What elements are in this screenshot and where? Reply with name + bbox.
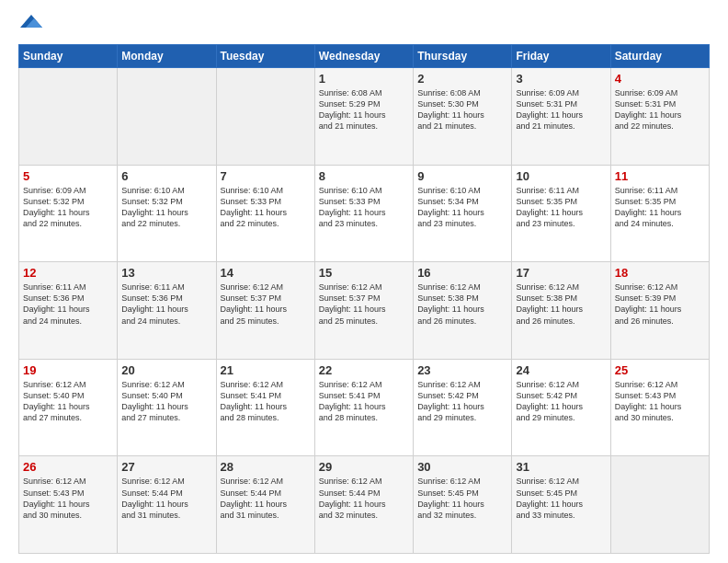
calendar-week-3: 19Sunrise: 6:12 AMSunset: 5:40 PMDayligh… (19, 359, 710, 456)
day-info: Sunrise: 6:09 AMSunset: 5:32 PMDaylight:… (23, 185, 113, 230)
day-info: Sunrise: 6:12 AMSunset: 5:40 PMDaylight:… (121, 379, 211, 424)
calendar-cell (610, 456, 709, 554)
day-number: 30 (417, 460, 507, 474)
day-info: Sunrise: 6:09 AMSunset: 5:31 PMDaylight:… (516, 87, 606, 132)
calendar-cell: 9Sunrise: 6:10 AMSunset: 5:34 PMDaylight… (414, 165, 512, 262)
calendar-cell (118, 68, 216, 166)
day-number: 6 (121, 169, 211, 183)
day-number: 19 (23, 363, 113, 377)
calendar-cell: 22Sunrise: 6:12 AMSunset: 5:41 PMDayligh… (314, 359, 413, 456)
day-number: 23 (417, 363, 507, 377)
calendar-cell: 30Sunrise: 6:12 AMSunset: 5:45 PMDayligh… (414, 456, 512, 554)
calendar-cell: 4Sunrise: 6:09 AMSunset: 5:31 PMDaylight… (610, 68, 709, 166)
logo-icon (20, 11, 42, 33)
calendar-week-1: 5Sunrise: 6:09 AMSunset: 5:32 PMDaylight… (19, 165, 710, 262)
day-info: Sunrise: 6:12 AMSunset: 5:43 PMDaylight:… (615, 379, 705, 424)
day-number: 25 (615, 363, 705, 377)
day-number: 26 (23, 460, 113, 474)
calendar-header-monday: Monday (118, 45, 216, 68)
day-info: Sunrise: 6:10 AMSunset: 5:33 PMDaylight:… (221, 185, 311, 230)
day-number: 15 (319, 266, 409, 280)
day-info: Sunrise: 6:11 AMSunset: 5:36 PMDaylight:… (121, 282, 211, 327)
day-info: Sunrise: 6:12 AMSunset: 5:44 PMDaylight:… (221, 476, 311, 521)
day-number: 7 (221, 169, 311, 183)
day-info: Sunrise: 6:12 AMSunset: 5:45 PMDaylight:… (417, 476, 507, 521)
calendar-cell: 18Sunrise: 6:12 AMSunset: 5:39 PMDayligh… (610, 262, 709, 360)
day-number: 14 (221, 266, 311, 280)
day-number: 11 (615, 169, 705, 183)
calendar-header-thursday: Thursday (414, 45, 512, 68)
day-number: 13 (121, 266, 211, 280)
day-number: 10 (516, 169, 606, 183)
day-number: 29 (319, 460, 409, 474)
day-info: Sunrise: 6:12 AMSunset: 5:38 PMDaylight:… (516, 282, 606, 327)
calendar-week-4: 26Sunrise: 6:12 AMSunset: 5:43 PMDayligh… (19, 456, 710, 554)
calendar-cell: 2Sunrise: 6:08 AMSunset: 5:30 PMDaylight… (414, 68, 512, 166)
page: SundayMondayTuesdayWednesdayThursdayFrid… (0, 0, 728, 563)
day-number: 18 (615, 266, 705, 280)
logo (18, 15, 42, 33)
day-info: Sunrise: 6:10 AMSunset: 5:34 PMDaylight:… (417, 185, 507, 230)
calendar-cell: 15Sunrise: 6:12 AMSunset: 5:37 PMDayligh… (314, 262, 413, 360)
calendar-cell: 3Sunrise: 6:09 AMSunset: 5:31 PMDaylight… (512, 68, 610, 166)
day-info: Sunrise: 6:12 AMSunset: 5:44 PMDaylight:… (319, 476, 409, 521)
day-info: Sunrise: 6:12 AMSunset: 5:44 PMDaylight:… (121, 476, 211, 521)
calendar-cell: 29Sunrise: 6:12 AMSunset: 5:44 PMDayligh… (314, 456, 413, 554)
calendar-cell: 28Sunrise: 6:12 AMSunset: 5:44 PMDayligh… (216, 456, 314, 554)
calendar-cell: 31Sunrise: 6:12 AMSunset: 5:45 PMDayligh… (512, 456, 610, 554)
day-info: Sunrise: 6:12 AMSunset: 5:41 PMDaylight:… (319, 379, 409, 424)
day-number: 27 (121, 460, 211, 474)
day-info: Sunrise: 6:09 AMSunset: 5:31 PMDaylight:… (615, 87, 705, 132)
day-number: 12 (23, 266, 113, 280)
calendar-cell: 14Sunrise: 6:12 AMSunset: 5:37 PMDayligh… (216, 262, 314, 360)
day-info: Sunrise: 6:12 AMSunset: 5:38 PMDaylight:… (417, 282, 507, 327)
header (18, 15, 710, 33)
calendar-cell: 20Sunrise: 6:12 AMSunset: 5:40 PMDayligh… (118, 359, 216, 456)
calendar-cell: 19Sunrise: 6:12 AMSunset: 5:40 PMDayligh… (19, 359, 118, 456)
calendar-cell: 17Sunrise: 6:12 AMSunset: 5:38 PMDayligh… (512, 262, 610, 360)
calendar-cell: 25Sunrise: 6:12 AMSunset: 5:43 PMDayligh… (610, 359, 709, 456)
day-number: 1 (319, 72, 409, 86)
calendar-cell: 5Sunrise: 6:09 AMSunset: 5:32 PMDaylight… (19, 165, 118, 262)
day-info: Sunrise: 6:11 AMSunset: 5:36 PMDaylight:… (23, 282, 113, 327)
day-number: 24 (516, 363, 606, 377)
calendar-cell (216, 68, 314, 166)
calendar-cell: 7Sunrise: 6:10 AMSunset: 5:33 PMDaylight… (216, 165, 314, 262)
day-info: Sunrise: 6:08 AMSunset: 5:29 PMDaylight:… (319, 87, 409, 132)
day-info: Sunrise: 6:12 AMSunset: 5:37 PMDaylight:… (319, 282, 409, 327)
day-info: Sunrise: 6:12 AMSunset: 5:42 PMDaylight:… (417, 379, 507, 424)
day-number: 31 (516, 460, 606, 474)
calendar-cell: 12Sunrise: 6:11 AMSunset: 5:36 PMDayligh… (19, 262, 118, 360)
day-number: 28 (221, 460, 311, 474)
day-info: Sunrise: 6:12 AMSunset: 5:37 PMDaylight:… (221, 282, 311, 327)
day-number: 5 (23, 169, 113, 183)
calendar-header-sunday: Sunday (19, 45, 118, 68)
calendar-cell: 6Sunrise: 6:10 AMSunset: 5:32 PMDaylight… (118, 165, 216, 262)
day-info: Sunrise: 6:10 AMSunset: 5:32 PMDaylight:… (121, 185, 211, 230)
day-number: 4 (615, 72, 705, 86)
day-number: 8 (319, 169, 409, 183)
day-number: 20 (121, 363, 211, 377)
calendar-cell: 1Sunrise: 6:08 AMSunset: 5:29 PMDaylight… (314, 68, 413, 166)
calendar-week-0: 1Sunrise: 6:08 AMSunset: 5:29 PMDaylight… (19, 68, 710, 166)
calendar-header-wednesday: Wednesday (314, 45, 413, 68)
calendar-cell: 23Sunrise: 6:12 AMSunset: 5:42 PMDayligh… (414, 359, 512, 456)
calendar-cell: 8Sunrise: 6:10 AMSunset: 5:33 PMDaylight… (314, 165, 413, 262)
day-info: Sunrise: 6:12 AMSunset: 5:40 PMDaylight:… (23, 379, 113, 424)
day-info: Sunrise: 6:08 AMSunset: 5:30 PMDaylight:… (417, 87, 507, 132)
calendar-header-saturday: Saturday (610, 45, 709, 68)
day-number: 9 (417, 169, 507, 183)
calendar-cell: 26Sunrise: 6:12 AMSunset: 5:43 PMDayligh… (19, 456, 118, 554)
day-info: Sunrise: 6:12 AMSunset: 5:42 PMDaylight:… (516, 379, 606, 424)
day-info: Sunrise: 6:12 AMSunset: 5:45 PMDaylight:… (516, 476, 606, 521)
calendar-header-row: SundayMondayTuesdayWednesdayThursdayFrid… (19, 45, 710, 68)
day-number: 16 (417, 266, 507, 280)
calendar-cell: 10Sunrise: 6:11 AMSunset: 5:35 PMDayligh… (512, 165, 610, 262)
calendar-cell: 27Sunrise: 6:12 AMSunset: 5:44 PMDayligh… (118, 456, 216, 554)
calendar-cell: 13Sunrise: 6:11 AMSunset: 5:36 PMDayligh… (118, 262, 216, 360)
calendar-header-friday: Friday (512, 45, 610, 68)
day-info: Sunrise: 6:11 AMSunset: 5:35 PMDaylight:… (516, 185, 606, 230)
calendar-cell: 16Sunrise: 6:12 AMSunset: 5:38 PMDayligh… (414, 262, 512, 360)
calendar-header-tuesday: Tuesday (216, 45, 314, 68)
day-number: 17 (516, 266, 606, 280)
